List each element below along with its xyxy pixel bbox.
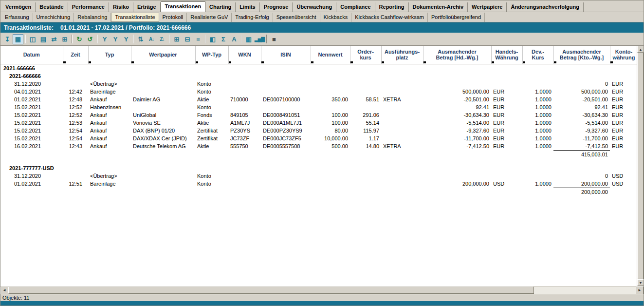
column-header-handelswaehrung[interactable]: Handels-Währung: [491, 46, 522, 64]
column-header-isin[interactable]: ISIN: [261, 46, 311, 64]
cell-datum: 15.02.2021: [0, 111, 63, 119]
cell-orderkurs: 291.06: [350, 111, 381, 119]
sort-descending-icon[interactable]: Z↓: [157, 34, 167, 44]
transaction-row[interactable]: 01.02.202112:51BareinlageKonto200,000.00…: [0, 180, 638, 188]
menu-tab-limits[interactable]: Limits: [236, 2, 259, 12]
table-chart-toggle-icon[interactable]: ▦: [13, 34, 23, 44]
horizontal-scroll-track[interactable]: [534, 287, 636, 294]
expand-all-icon[interactable]: ⊞: [171, 34, 182, 44]
subtab-umschichtung[interactable]: Umschichtung: [33, 13, 74, 22]
menu-tab-bestaende[interactable]: Bestände: [36, 2, 68, 12]
scroll-left-button[interactable]: ◄: [0, 287, 8, 294]
subtab-rebalancing[interactable]: Rebalancing: [74, 13, 111, 22]
menu-tab-dokumenten-archiv[interactable]: Dokumenten-Archiv: [409, 2, 468, 12]
font-icon[interactable]: A: [229, 34, 239, 44]
transaction-row[interactable]: 31.12.2020<Übertrag>Konto0EUR: [0, 80, 638, 88]
subtab-portfoliouebergreifend[interactable]: Portfolioübergreifend: [428, 13, 485, 22]
menu-tab-wertpapiere[interactable]: Wertpapiere: [468, 2, 507, 12]
transaction-row[interactable]: 31.12.2020<Übertrag>Konto0USD: [0, 172, 638, 180]
column-settings-icon[interactable]: ▥: [243, 34, 254, 44]
menu-tab-transaktionen[interactable]: Transaktionen: [161, 1, 206, 12]
transaction-row[interactable]: 15.02.202112:52AnkaufUniGlobalFonds84910…: [0, 111, 638, 119]
cell-betrag_hd: [423, 80, 491, 88]
copy-table-icon[interactable]: ▤: [38, 34, 49, 44]
column-header-orderkurs[interactable]: Order-kurs: [350, 46, 381, 64]
horizontal-scrollbar[interactable]: ◄ ►: [0, 286, 644, 294]
transaction-row[interactable]: 15.02.202112:54AnkaufDAX/XDAX Cer (JPID)…: [0, 134, 638, 142]
filter-new-icon[interactable]: Y: [99, 34, 110, 44]
menu-tab-aenderungsnachverfolgung[interactable]: Änderungsnachverfolgung: [507, 2, 584, 12]
export-icon[interactable]: ↧: [2, 34, 13, 44]
cell-betrag_kto: 0: [553, 172, 610, 180]
subtab-trading-erfolg[interactable]: Trading-Erfolg: [232, 13, 273, 22]
copy-icon[interactable]: ◫: [27, 34, 38, 44]
spacer-row: [0, 158, 638, 164]
menu-tab-charting[interactable]: Charting: [205, 2, 236, 12]
subtab-transaktionsliste[interactable]: Transaktionsliste: [111, 13, 159, 22]
account-group-row[interactable]: 2021-666666: [0, 72, 638, 80]
scroll-up-button[interactable]: ▲: [637, 46, 644, 53]
group-rows-icon[interactable]: ≡: [193, 34, 203, 44]
horizontal-scroll-thumb[interactable]: [8, 287, 534, 294]
subtab-realisierte-guv[interactable]: Realisierte GuV: [187, 13, 232, 22]
column-header-betrag_hd[interactable]: AusmachenderBetrag [Hd.-Wg.]: [423, 46, 491, 64]
cell-wkn: JC73ZF: [228, 134, 261, 142]
swap-columns-icon[interactable]: ⇄: [49, 34, 59, 44]
menu-tab-vermoegen[interactable]: Vermögen: [1, 2, 36, 12]
subtab-erfassung[interactable]: Erfassung: [1, 13, 33, 22]
menu-tab-ueberwachung[interactable]: Überwachung: [293, 2, 336, 12]
column-header-datum[interactable]: Datum: [0, 46, 63, 64]
sort-icon[interactable]: ⇅: [135, 34, 146, 44]
collapse-all-icon[interactable]: ⊟: [182, 34, 193, 44]
transaction-row[interactable]: 04.01.202112:42BareinlageKonto500,000.00…: [0, 88, 638, 96]
cell-datum: 31.12.2020: [0, 172, 63, 180]
transaction-row[interactable]: 15.02.202112:54AnkaufDAX (BNP) 01/20Zert…: [0, 127, 638, 134]
menu-tab-prognose[interactable]: Prognose: [260, 2, 293, 12]
transaction-row[interactable]: 15.02.202112:53AnkaufVonovia SEAktieA1ML…: [0, 119, 638, 127]
transaction-row[interactable]: 16.02.202112:43AnkaufDeutsche Telekom AG…: [0, 142, 638, 151]
account-group-row[interactable]: 2021-777777-USD: [0, 164, 638, 172]
column-header-zeit[interactable]: Zeit: [63, 46, 88, 64]
record-icon[interactable]: ■: [269, 34, 279, 44]
column-header-typ[interactable]: Typ: [88, 46, 131, 64]
menu-tab-performance[interactable]: Performance: [68, 2, 109, 12]
column-header-wkn[interactable]: WKN: [228, 46, 261, 64]
column-header-dev_kurs[interactable]: Dev.-Kurs: [522, 46, 553, 64]
menu-tab-risiko[interactable]: Risiko: [109, 2, 133, 12]
column-header-nennwert[interactable]: Nennwert: [311, 46, 350, 64]
vertical-scrollbar[interactable]: ▲ ▼: [637, 46, 644, 286]
cell-betrag_hd: 500,000.00: [423, 88, 491, 96]
refresh-icon[interactable]: ↻: [74, 34, 85, 44]
column-header-ausfuehrungsplatz[interactable]: Ausführungs-platz: [381, 46, 423, 64]
menu-tab-ertraege[interactable]: Erträge: [133, 2, 161, 12]
chart-icon[interactable]: ▂▅▇: [254, 34, 265, 44]
print-icon[interactable]: ⊞: [59, 34, 70, 44]
portfolio-group-row[interactable]: 2021-666666: [0, 64, 638, 72]
vertical-scroll-thumb[interactable]: [637, 53, 644, 279]
sort-ascending-icon[interactable]: A↓: [146, 34, 157, 44]
column-header-wp_typ[interactable]: WP-Typ: [195, 46, 228, 64]
transaction-row[interactable]: 15.02.202112:52HabenzinsenKonto92.41EUR1…: [0, 103, 638, 111]
subtab-protokoll[interactable]: Protokoll: [159, 13, 187, 22]
cell-empty: [381, 188, 423, 196]
filter-remove-icon[interactable]: Y: [121, 34, 131, 44]
column-header-kontowaehrung[interactable]: Konto-währung: [610, 46, 638, 64]
column-header-betrag_kto[interactable]: AusmachenderBetrag [Kto.-Wg.]: [553, 46, 610, 64]
subtab-spesenuebersicht[interactable]: Spesenübersicht: [273, 13, 320, 22]
cell-handelswaehrung: EUR: [491, 88, 522, 96]
transaction-row[interactable]: 01.02.202112:48AnkaufDaimler AGAktie7100…: [0, 96, 638, 103]
cell-nennwert: [311, 88, 350, 96]
reload-icon[interactable]: ↺: [85, 34, 95, 44]
subtab-kickbacks[interactable]: Kickbacks: [320, 13, 352, 22]
sum-icon[interactable]: Σ: [218, 34, 229, 44]
subtab-kickbacks-cashflow-wirksam[interactable]: Kickbacks Cashflow-wirksam: [351, 13, 428, 22]
cell-typ: Ankauf: [88, 111, 131, 119]
scroll-down-button[interactable]: ▼: [637, 279, 644, 286]
scroll-right-button[interactable]: ►: [636, 287, 644, 294]
menu-tab-compliance[interactable]: Compliance: [336, 2, 375, 12]
freeze-pane-icon[interactable]: ◧: [207, 34, 218, 44]
filter-apply-icon[interactable]: Y: [110, 34, 121, 44]
menu-tab-reporting[interactable]: Reporting: [375, 2, 409, 12]
cell-orderkurs: [350, 80, 381, 88]
column-header-wertpapier[interactable]: Wertpapier: [131, 46, 195, 64]
